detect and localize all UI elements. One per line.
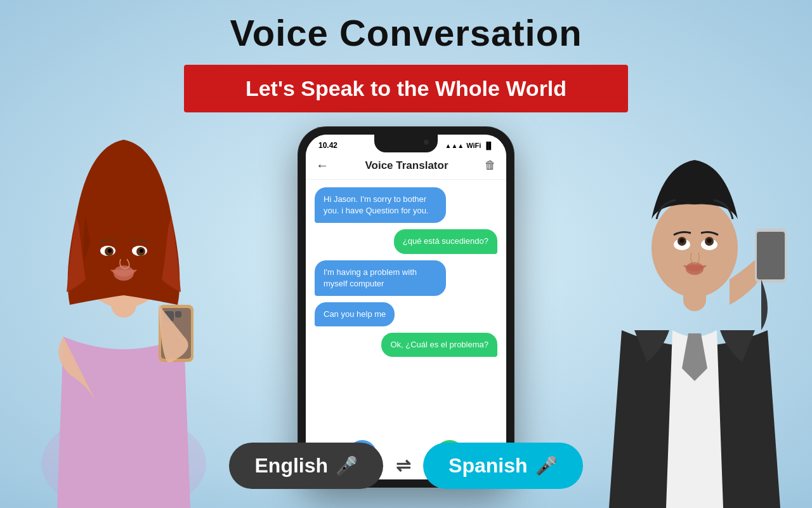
phone-notch	[374, 135, 438, 152]
svg-point-22	[686, 262, 704, 275]
svg-point-20	[680, 239, 684, 243]
status-time: 10.42	[318, 141, 337, 150]
svg-rect-13	[175, 311, 181, 318]
phone-screen: 10.42 ▲▲▲ WiFi ▐▌ ← Voice Translator 🗑 H…	[306, 135, 506, 479]
page-title: Voice Conversation	[184, 13, 628, 53]
phone-frame: 10.42 ▲▲▲ WiFi ▐▌ ← Voice Translator 🗑 H…	[298, 127, 514, 487]
signal-icon: ▲▲▲	[445, 142, 464, 149]
svg-rect-24	[757, 232, 785, 279]
message-1: Hi Jason. I'm sorry to bother you. i hav…	[315, 187, 446, 223]
message-5: Ok, ¿Cuál es el problema?	[381, 333, 497, 357]
svg-point-8	[140, 249, 143, 253]
camera-dot	[424, 140, 429, 145]
svg-point-15	[652, 198, 738, 297]
title-section: Voice Conversation Let's Speak to the Wh…	[184, 13, 628, 112]
message-4: Can you help me	[315, 302, 395, 326]
back-button[interactable]: ←	[316, 158, 329, 173]
svg-point-21	[707, 239, 712, 243]
app-header-title: Voice Translator	[365, 159, 448, 172]
svg-point-9	[114, 265, 134, 281]
subtitle-banner: Let's Speak to the Whole World	[184, 65, 628, 112]
spanish-label: Spanish	[449, 454, 527, 478]
subtitle-text: Let's Speak to the Whole World	[246, 76, 566, 100]
swap-icon[interactable]: ⇌	[396, 455, 410, 476]
spanish-mic-icon: 🎤	[535, 455, 558, 476]
message-2: ¿qué está sucediendo?	[394, 229, 497, 253]
english-label: English	[254, 454, 328, 478]
phone-wrapper: 10.42 ▲▲▲ WiFi ▐▌ ← Voice Translator 🗑 H…	[298, 127, 514, 487]
language-section: English 🎤 ⇌ Spanish 🎤	[190, 443, 622, 489]
chat-area: Hi Jason. I'm sorry to bother you. i hav…	[306, 180, 506, 434]
trash-button[interactable]: 🗑	[485, 159, 496, 172]
app-header: ← Voice Translator 🗑	[306, 153, 506, 180]
battery-icon: ▐▌	[483, 142, 494, 149]
wifi-icon: WiFi	[466, 142, 481, 149]
english-language-button[interactable]: English 🎤	[229, 443, 383, 489]
status-icons: ▲▲▲ WiFi ▐▌	[445, 142, 494, 149]
message-3: I'm having a problem with myself compute…	[315, 260, 446, 296]
english-mic-icon: 🎤	[336, 455, 358, 476]
spanish-language-button[interactable]: Spanish 🎤	[423, 443, 582, 489]
svg-point-7	[108, 249, 112, 253]
